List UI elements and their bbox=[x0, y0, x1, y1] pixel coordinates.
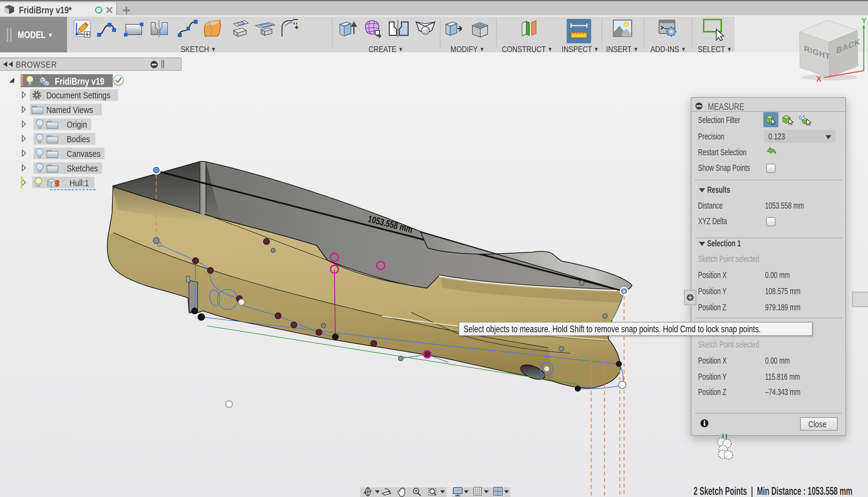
svg-text:X: X bbox=[816, 74, 822, 82]
svg-text:Y: Y bbox=[862, 18, 867, 25]
